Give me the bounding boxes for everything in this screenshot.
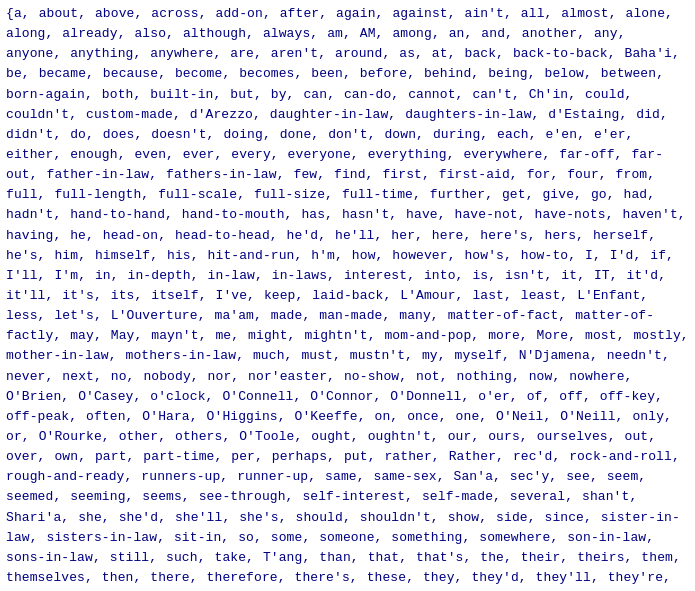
list-item: first, bbox=[382, 167, 429, 182]
list-item: above, bbox=[95, 6, 142, 21]
list-item: other, bbox=[119, 429, 166, 444]
list-item: should, bbox=[296, 510, 351, 525]
list-item: O'Neil, bbox=[496, 409, 551, 424]
list-item: oughtn't, bbox=[368, 429, 439, 444]
list-item: before, bbox=[360, 66, 415, 81]
list-item: needn't, bbox=[607, 348, 670, 363]
list-item: man-made, bbox=[319, 308, 390, 323]
list-item: AM, bbox=[360, 26, 384, 41]
list-item: sisters-in-law, bbox=[47, 530, 166, 545]
list-item: become, bbox=[175, 66, 230, 81]
list-item: mothers-in-law, bbox=[126, 348, 245, 363]
list-item: h'm, bbox=[311, 248, 343, 263]
word-list: {a, about, above, across, add-on, after,… bbox=[6, 4, 689, 591]
list-item: another, bbox=[522, 26, 585, 41]
list-item: interest, bbox=[344, 268, 415, 283]
list-item: full, bbox=[6, 187, 46, 202]
list-item: can-do, bbox=[344, 87, 399, 102]
list-item: theirs, bbox=[577, 550, 632, 565]
list-item: O'Connell, bbox=[222, 389, 301, 404]
list-item: of, bbox=[527, 389, 551, 404]
list-item: find, bbox=[334, 167, 374, 182]
list-item: someone, bbox=[319, 530, 382, 545]
list-item: across, bbox=[151, 6, 206, 21]
list-item: I'd, bbox=[610, 248, 642, 263]
list-item: at, bbox=[432, 46, 456, 61]
list-item: shan't, bbox=[582, 489, 637, 504]
list-item: T'ang, bbox=[263, 550, 310, 565]
list-item: however, bbox=[392, 248, 455, 263]
list-item: hasn't, bbox=[342, 207, 397, 222]
list-item: that's, bbox=[416, 550, 471, 565]
list-item: many, bbox=[399, 308, 439, 323]
list-item: because, bbox=[103, 66, 166, 81]
list-item: down, bbox=[384, 127, 424, 142]
list-item: behind, bbox=[424, 66, 479, 81]
list-item: they'd, bbox=[471, 570, 526, 585]
list-item: off, bbox=[559, 389, 591, 404]
list-item: they're, bbox=[608, 570, 671, 585]
list-item: ought, bbox=[311, 429, 358, 444]
list-item: over, bbox=[6, 449, 46, 464]
list-item: can't, bbox=[472, 87, 519, 102]
list-item: then, bbox=[102, 570, 142, 585]
list-item: everything, bbox=[368, 147, 455, 162]
list-item: least, bbox=[521, 288, 568, 303]
list-item: O'Brien, bbox=[6, 389, 69, 404]
list-item: several, bbox=[510, 489, 573, 504]
list-item: here's, bbox=[480, 228, 535, 243]
list-item: O'Donnell, bbox=[390, 389, 469, 404]
list-item: our, bbox=[448, 429, 480, 444]
list-item: o'er, bbox=[478, 389, 518, 404]
list-item: same-sex, bbox=[374, 469, 445, 484]
list-item: much, bbox=[253, 348, 293, 363]
list-item: one, bbox=[456, 409, 488, 424]
list-item: she'll, bbox=[175, 510, 230, 525]
list-item: get, bbox=[502, 187, 534, 202]
list-item: own, bbox=[54, 449, 86, 464]
list-item: o'clock, bbox=[150, 389, 213, 404]
list-item: on, bbox=[375, 409, 399, 424]
list-item: again, bbox=[336, 6, 383, 21]
list-item: having, bbox=[6, 228, 61, 243]
list-item: most, bbox=[585, 328, 625, 343]
list-item: them, bbox=[641, 550, 681, 565]
list-item: did, bbox=[636, 107, 668, 122]
list-item: cannot, bbox=[408, 87, 463, 102]
list-item: seem, bbox=[607, 469, 647, 484]
list-item: how's, bbox=[464, 248, 511, 263]
list-item: and, bbox=[481, 26, 513, 41]
list-item: each, bbox=[497, 127, 537, 142]
list-item: once, bbox=[407, 409, 447, 424]
list-item: four, bbox=[567, 167, 607, 182]
list-item: part-time, bbox=[143, 449, 222, 464]
list-item: its, bbox=[111, 288, 143, 303]
list-item: even, bbox=[134, 147, 174, 162]
list-item: L'Ouverture, bbox=[111, 308, 206, 323]
list-item: always, bbox=[263, 26, 318, 41]
list-item: as, bbox=[399, 46, 423, 61]
list-item: ourselves, bbox=[537, 429, 616, 444]
list-item: are, bbox=[230, 46, 262, 61]
list-item: O'Neill, bbox=[560, 409, 623, 424]
list-item: than, bbox=[319, 550, 359, 565]
list-item: these, bbox=[367, 570, 414, 585]
list-item: rather, bbox=[384, 449, 439, 464]
list-item: rough-and-ready, bbox=[6, 469, 132, 484]
list-item: ain't, bbox=[465, 6, 512, 21]
list-item: More, bbox=[537, 328, 577, 343]
list-item: haven't, bbox=[622, 207, 685, 222]
list-item: some, bbox=[271, 530, 311, 545]
list-item: now, bbox=[529, 369, 561, 384]
list-item: rec'd, bbox=[513, 449, 560, 464]
list-item: I'm, bbox=[54, 268, 86, 283]
list-item: {a, bbox=[6, 6, 30, 21]
list-item: others, bbox=[175, 429, 230, 444]
list-item: here, bbox=[432, 228, 472, 243]
list-item: same, bbox=[325, 469, 365, 484]
list-item: could, bbox=[585, 87, 632, 102]
list-item: daughters-in-law, bbox=[405, 107, 539, 122]
list-item: he'd, bbox=[287, 228, 327, 243]
list-item: it's, bbox=[62, 288, 102, 303]
list-item: L'Enfant, bbox=[577, 288, 648, 303]
